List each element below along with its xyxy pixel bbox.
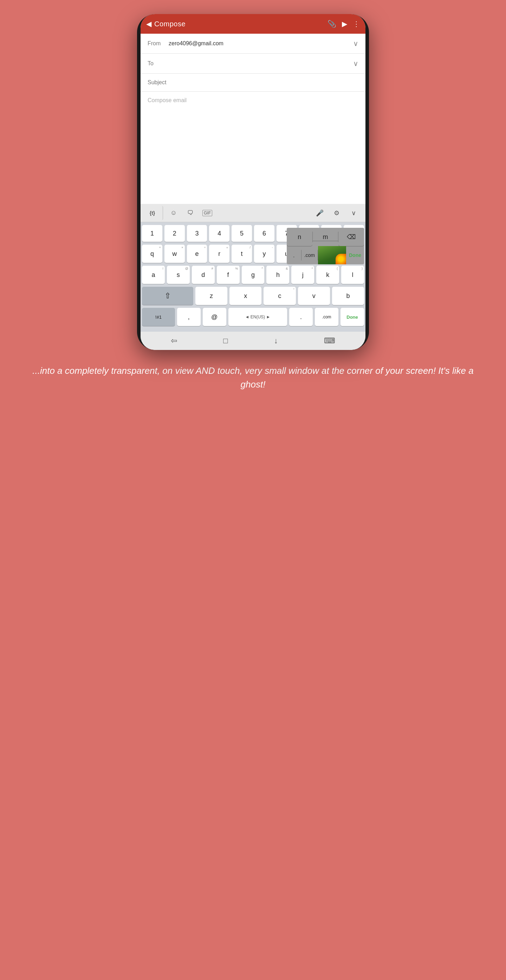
bottom-row: !#1 , @ ◄ EN(US) ► . .com Done bbox=[142, 308, 364, 326]
translate-btn[interactable]: {t} bbox=[145, 206, 163, 220]
app-title: Compose bbox=[154, 20, 185, 28]
comma-key[interactable]: , bbox=[177, 308, 201, 326]
to-label: To bbox=[148, 60, 169, 67]
caption-area: ...into a completely transparent, on vie… bbox=[0, 364, 506, 391]
compose-form: From zero4096@gmail.com ∨ To ∨ Compose e… bbox=[140, 34, 366, 204]
key-g[interactable]: ^g bbox=[242, 266, 265, 284]
symbols-key[interactable]: !#1 bbox=[142, 308, 175, 326]
app-bar-left: ◀ Compose bbox=[146, 20, 185, 28]
key-k[interactable]: (k bbox=[316, 266, 339, 284]
translate-icon: {t} bbox=[150, 210, 155, 216]
key-q[interactable]: +q bbox=[142, 245, 162, 263]
space-key[interactable]: ◄ EN(US) ► bbox=[228, 308, 287, 326]
app-bar: ◀ Compose 📎 ▶ ⋮ bbox=[140, 14, 366, 34]
gif-btn[interactable]: GIF bbox=[200, 206, 215, 220]
key-b[interactable]: b bbox=[332, 287, 364, 305]
compose-area[interactable]: Compose email bbox=[140, 92, 366, 204]
key-h[interactable]: &h bbox=[267, 266, 289, 284]
at-key[interactable]: @ bbox=[203, 308, 226, 326]
key-2[interactable]: 2 bbox=[164, 225, 185, 242]
suggestion-dotcom[interactable]: .com bbox=[302, 250, 318, 261]
from-label: From bbox=[148, 40, 169, 47]
nav-home-icon[interactable]: □ bbox=[223, 336, 228, 345]
sticker-btn[interactable]: 🗨 bbox=[183, 206, 198, 220]
emoji-icon: ☺ bbox=[171, 209, 177, 216]
back-icon[interactable]: ◀ bbox=[146, 20, 152, 28]
settings-btn[interactable]: ⚙ bbox=[329, 206, 344, 220]
from-row: From zero4096@gmail.com ∨ bbox=[140, 34, 366, 54]
key-f[interactable]: %f bbox=[217, 266, 239, 284]
key-z[interactable]: z bbox=[195, 287, 227, 305]
to-row[interactable]: To ∨ bbox=[140, 54, 366, 74]
phone-screen: ◀ Compose 📎 ▶ ⋮ From zero4096@gmail.com … bbox=[140, 14, 366, 350]
mic-icon: 🎤 bbox=[316, 209, 324, 217]
key-6[interactable]: 6 bbox=[254, 225, 275, 242]
key-x[interactable]: x bbox=[230, 287, 262, 305]
key-m-suggestion[interactable]: m bbox=[313, 234, 338, 241]
suggestion-m: ? m bbox=[313, 234, 338, 241]
key-l[interactable]: )l bbox=[341, 266, 364, 284]
key-5[interactable]: 5 bbox=[231, 225, 252, 242]
to-dropdown-icon[interactable]: ∨ bbox=[353, 59, 358, 68]
key-y[interactable]: -y bbox=[254, 245, 275, 263]
nav-back-icon[interactable]: ⇦ bbox=[171, 336, 177, 345]
mic-btn[interactable]: 🎤 bbox=[312, 206, 327, 220]
key-a[interactable]: !a bbox=[142, 266, 165, 284]
suggestion-period[interactable]: . bbox=[287, 250, 301, 261]
key-j[interactable]: *j bbox=[291, 266, 314, 284]
key-w[interactable]: ×w bbox=[164, 245, 185, 263]
suggestion-image bbox=[318, 246, 346, 264]
zxcv-row: ⇧ z x "c v b n ? m ⌫ bbox=[142, 287, 364, 305]
key-s[interactable]: @s bbox=[167, 266, 190, 284]
nav-down-icon[interactable]: ↓ bbox=[274, 336, 278, 345]
caption-text: ...into a completely transparent, on vie… bbox=[28, 364, 478, 391]
phone-device: ◀ Compose 📎 ▶ ⋮ From zero4096@gmail.com … bbox=[137, 14, 369, 350]
from-value: zero4096@gmail.com bbox=[169, 40, 353, 47]
settings-icon: ⚙ bbox=[334, 209, 340, 217]
collapse-btn[interactable]: ∨ bbox=[346, 206, 361, 220]
from-dropdown-icon[interactable]: ∨ bbox=[353, 39, 358, 48]
delete-key-suggestion[interactable]: ⌫ bbox=[338, 228, 364, 246]
app-bar-actions: 📎 ▶ ⋮ bbox=[327, 20, 360, 28]
emoji-btn[interactable]: ☺ bbox=[166, 206, 181, 220]
suggestion-popup-row: n ? m ⌫ bbox=[287, 228, 364, 246]
key-c[interactable]: "c bbox=[263, 287, 295, 305]
collapse-icon: ∨ bbox=[351, 209, 356, 217]
key-e[interactable]: ÷e bbox=[187, 245, 208, 263]
keyboard: 1 2 3 4 5 6 7 8 9 0 +q ×w ÷e =r /t -y <u… bbox=[140, 222, 366, 332]
gif-icon: GIF bbox=[203, 210, 212, 216]
key-t[interactable]: /t bbox=[231, 245, 252, 263]
key-v[interactable]: v bbox=[298, 287, 330, 305]
shift-key[interactable]: ⇧ bbox=[142, 287, 193, 305]
keyboard-toolbar: {t} ☺ 🗨 GIF 🎤 ⚙ ∨ bbox=[140, 204, 366, 222]
nav-keyboard-icon[interactable]: ⌨ bbox=[324, 336, 335, 345]
attachment-icon[interactable]: 📎 bbox=[327, 20, 336, 28]
subject-input[interactable] bbox=[148, 80, 358, 86]
key-r[interactable]: =r bbox=[209, 245, 230, 263]
suggestion-bottom-row: . .com Done bbox=[287, 246, 364, 264]
dotcom-key[interactable]: .com bbox=[315, 308, 338, 326]
subject-row[interactable] bbox=[140, 74, 366, 92]
done-key[interactable]: Done bbox=[340, 308, 364, 326]
key-1[interactable]: 1 bbox=[142, 225, 162, 242]
sticker-icon: 🗨 bbox=[187, 209, 194, 216]
key-n-suggestion[interactable]: n bbox=[287, 228, 312, 246]
more-icon[interactable]: ⋮ bbox=[353, 20, 360, 28]
send-icon[interactable]: ▶ bbox=[342, 20, 347, 28]
key-4[interactable]: 4 bbox=[209, 225, 230, 242]
bottom-nav: ⇦ □ ↓ ⌨ bbox=[140, 332, 366, 350]
suggestion-popup: n ? m ⌫ . .com bbox=[287, 228, 364, 264]
suggestion-done[interactable]: Done bbox=[346, 250, 364, 261]
key-3[interactable]: 3 bbox=[187, 225, 208, 242]
compose-placeholder: Compose email bbox=[148, 97, 187, 103]
asdf-row: !a @s #d %f ^g &h *j (k )l bbox=[142, 266, 364, 284]
period-key[interactable]: . bbox=[289, 308, 313, 326]
key-d[interactable]: #d bbox=[192, 266, 215, 284]
